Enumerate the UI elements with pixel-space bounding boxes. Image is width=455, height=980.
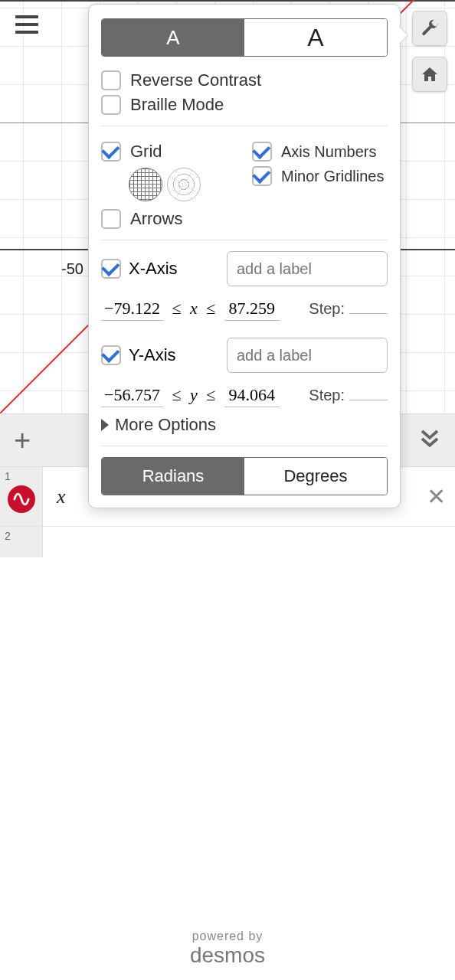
y-axis-checkbox[interactable] [101,345,121,365]
leq-symbol: ≤ [168,385,185,405]
axis-numbers-checkbox[interactable] [252,142,272,162]
font-size-small-label: A [166,26,179,50]
powered-by-label: powered by [0,929,455,943]
polar-grid-icon[interactable] [167,168,201,201]
row-index: 1 [0,467,43,526]
y-var: y [190,385,198,405]
menu-icon[interactable] [15,15,38,34]
y-min-input[interactable]: −56.757 [101,385,163,407]
y-axis-label: Y-Axis [129,345,176,365]
x-step-input[interactable] [349,297,388,314]
row-index-number: 1 [5,470,11,482]
y-axis-label-input[interactable] [227,338,388,373]
x-var: x [190,299,198,318]
x-max-input[interactable]: 87.259 [224,299,280,321]
collapse-keypad-button[interactable] [418,427,441,453]
row-index-number: 2 [5,530,11,542]
font-size-segmented: A A [101,18,388,57]
footer: powered by desmos [0,929,455,968]
angle-mode-segmented: Radians Degrees [101,457,388,495]
chevron-double-down-icon [418,427,441,450]
more-options-toggle[interactable]: More Options [101,415,388,435]
x-axis-label: X-Axis [129,259,178,279]
cartesian-grid-icon[interactable] [129,168,162,201]
leq-symbol: ≤ [168,299,185,318]
radians-button[interactable]: Radians [102,458,244,495]
font-size-large-label: A [307,24,323,52]
wrench-icon [421,19,439,38]
x-axis-label-input[interactable] [227,251,388,286]
brand-label: desmos [0,943,455,968]
home-button[interactable] [412,57,447,92]
expression-icon[interactable] [8,485,35,513]
home-icon [421,65,439,83]
divider [101,446,388,446]
divider [101,240,388,240]
font-size-large-button[interactable]: A [244,19,387,56]
reverse-contrast-label: Reverse Contrast [130,70,261,90]
x-min-input[interactable]: −79.122 [101,299,163,321]
y-max-input[interactable]: 94.064 [224,385,280,407]
more-options-label: More Options [115,415,216,435]
chevron-right-icon [101,419,109,431]
arrows-checkbox[interactable] [101,209,121,229]
expression-row[interactable]: 2 [0,527,455,557]
leq-symbol: ≤ [202,385,220,405]
grid-label: Grid [130,142,162,162]
tick-label: -50 [61,260,83,278]
braille-mode-checkbox[interactable] [101,95,121,115]
arrows-label: Arrows [130,209,182,229]
radians-label: Radians [142,466,205,486]
minor-gridlines-checkbox[interactable] [252,166,272,186]
settings-button[interactable] [412,11,447,46]
graph-settings-popover: A A Reverse Contrast Braille Mode Grid A… [88,4,401,508]
delete-expression-button[interactable]: ✕ [417,483,455,510]
minor-gridlines-label: Minor Gridlines [281,168,384,185]
sine-wave-icon [13,491,30,508]
reverse-contrast-checkbox[interactable] [101,70,121,90]
divider [101,126,388,126]
axis-line-top [0,0,455,2]
x-step-label: Step: [309,300,345,318]
popover-caret [398,26,408,44]
degrees-label: Degrees [283,466,347,486]
braille-mode-label: Braille Mode [130,95,224,115]
x-axis-checkbox[interactable] [101,259,121,279]
row-index: 2 [0,527,43,557]
leq-symbol: ≤ [202,299,220,318]
degrees-button[interactable]: Degrees [244,458,387,495]
axis-numbers-label: Axis Numbers [281,143,376,161]
font-size-small-button[interactable]: A [102,19,244,56]
y-step-label: Step: [309,387,345,404]
y-step-input[interactable] [349,384,388,400]
grid-checkbox[interactable] [101,142,121,162]
add-expression-button[interactable]: + [14,424,31,457]
